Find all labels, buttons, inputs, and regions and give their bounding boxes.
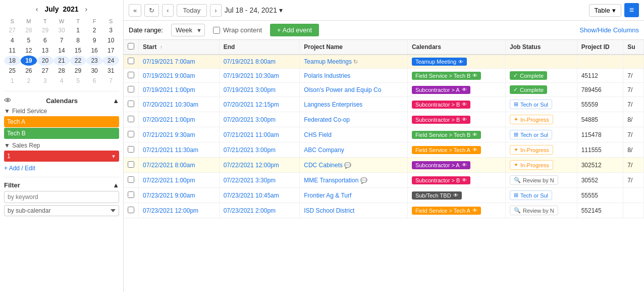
add-edit-link[interactable]: + Add / Edit <box>4 164 119 173</box>
sidebar-item-tech-a[interactable]: Tech A <box>4 116 119 127</box>
show-hide-columns-link[interactable]: Show/Hide Columns <box>579 26 639 34</box>
project-link[interactable]: ISD School District <box>304 207 354 214</box>
add-event-button[interactable]: + Add event <box>270 24 319 36</box>
mini-cal-day[interactable]: 20 <box>37 56 53 66</box>
mini-cal-day[interactable]: 9 <box>86 35 103 45</box>
cell-project-name[interactable]: Langness Enterprises <box>300 97 408 112</box>
sales-rep-group-label[interactable]: ▼ Sales Rep <box>4 141 119 150</box>
mini-cal-day[interactable]: 29 <box>37 25 53 35</box>
mini-cal-next-button[interactable]: › <box>83 4 90 14</box>
mini-cal-day-today[interactable]: 19 <box>21 56 37 66</box>
mini-cal-day[interactable]: 12 <box>21 45 37 56</box>
calendars-section-header[interactable]: 👁 Calendars ▲ <box>4 95 119 107</box>
project-link[interactable]: Olson's Power and Equip Co <box>304 86 381 93</box>
mini-cal-day[interactable]: 2 <box>21 76 37 86</box>
row-checkbox[interactable] <box>128 58 134 64</box>
wrap-content-checkbox[interactable] <box>213 27 220 34</box>
mini-cal-day[interactable]: 7 <box>53 35 70 45</box>
filter-keyword-input[interactable] <box>4 191 119 203</box>
next-button[interactable]: › <box>210 4 221 17</box>
col-su[interactable]: Su <box>623 40 644 55</box>
mini-cal-day[interactable]: 22 <box>70 56 86 66</box>
mini-cal-day[interactable]: 3 <box>102 25 119 35</box>
cell-project-name[interactable]: Frontier Ag & Turf <box>300 188 408 203</box>
sidebar-item-tech-b[interactable]: Tech B <box>4 128 119 139</box>
mini-cal-day[interactable]: 8 <box>70 35 86 45</box>
mini-cal-day[interactable]: 26 <box>21 66 37 76</box>
prev-prev-button[interactable]: « <box>129 4 141 17</box>
mini-cal-day[interactable]: 29 <box>70 66 86 76</box>
project-link[interactable]: Teamup Meetings <box>304 58 352 65</box>
mini-cal-day[interactable]: 13 <box>37 45 53 56</box>
project-link[interactable]: CDC Cabinets <box>304 162 343 169</box>
cell-project-name[interactable]: Federated Co-op <box>300 112 408 127</box>
mini-cal-day[interactable]: 30 <box>86 66 103 76</box>
mini-cal-day[interactable]: 23 <box>86 56 103 66</box>
cell-project-name[interactable]: CDC Cabinets 💬 <box>300 158 408 173</box>
cell-project-name[interactable]: Teamup Meetings ↻ <box>300 55 408 69</box>
mini-cal-day[interactable]: 31 <box>102 66 119 76</box>
row-checkbox[interactable] <box>128 161 134 168</box>
sidebar-item-sales-rep-1[interactable]: 1 ▼ <box>4 151 119 162</box>
hamburger-menu-button[interactable]: ≡ <box>624 3 639 17</box>
project-link[interactable]: Frontier Ag & Turf <box>304 192 351 199</box>
mini-cal-day[interactable]: 17 <box>102 45 119 56</box>
mini-cal-day[interactable]: 6 <box>86 76 103 86</box>
field-service-group-label[interactable]: ▼ Field Service <box>4 107 119 116</box>
cell-project-name[interactable]: ABC Company <box>300 142 408 158</box>
mini-cal-day[interactable]: 5 <box>21 35 37 45</box>
col-job-status[interactable]: Job Status <box>506 40 577 55</box>
col-start[interactable]: Start ↑ <box>139 40 220 55</box>
filter-section-header[interactable]: Filter ▲ <box>4 180 119 191</box>
project-link[interactable]: Polaris Industries <box>304 72 350 79</box>
mini-cal-day[interactable]: 25 <box>4 66 21 76</box>
cell-project-name[interactable]: MME Transportation 💬 <box>300 173 408 188</box>
mini-cal-day[interactable]: 28 <box>53 66 70 76</box>
row-checkbox[interactable] <box>128 146 134 153</box>
filter-subcalendar-select[interactable]: by sub-calendar <box>4 205 119 216</box>
row-checkbox[interactable] <box>128 86 134 92</box>
col-calendars[interactable]: Calendars <box>407 40 505 55</box>
today-button[interactable]: Today <box>177 4 207 17</box>
mini-cal-day[interactable]: 4 <box>4 35 21 45</box>
mini-cal-day[interactable]: 1 <box>70 25 86 35</box>
mini-cal-day[interactable]: 14 <box>53 45 70 56</box>
select-all-checkbox[interactable] <box>128 43 134 50</box>
project-link[interactable]: MME Transportation <box>304 177 358 184</box>
cell-project-name[interactable]: Polaris Industries <box>300 69 408 83</box>
col-project-id[interactable]: Project ID <box>577 40 623 55</box>
mini-cal-day[interactable]: 6 <box>37 35 53 45</box>
mini-cal-day[interactable]: 27 <box>4 25 21 35</box>
row-checkbox[interactable] <box>128 116 134 122</box>
mini-cal-day[interactable]: 2 <box>86 25 103 35</box>
row-checkbox[interactable] <box>128 72 134 78</box>
table-view-button[interactable]: Table ▾ <box>589 4 621 17</box>
row-checkbox[interactable] <box>128 207 134 213</box>
row-checkbox[interactable] <box>128 131 134 137</box>
row-checkbox[interactable] <box>128 191 134 198</box>
week-select[interactable]: Week <box>171 24 205 36</box>
mini-cal-day[interactable]: 15 <box>70 45 86 56</box>
project-link[interactable]: ABC Company <box>304 147 344 154</box>
mini-cal-prev-button[interactable]: ‹ <box>33 4 41 14</box>
mini-cal-day[interactable]: 11 <box>4 45 21 56</box>
mini-cal-day[interactable]: 24 <box>102 56 119 66</box>
mini-cal-day[interactable]: 21 <box>53 56 70 66</box>
cell-project-name[interactable]: CHS Field <box>300 127 408 142</box>
mini-cal-day[interactable]: 4 <box>53 76 70 86</box>
cell-project-name[interactable]: ISD School District <box>300 203 408 218</box>
project-link[interactable]: CHS Field <box>304 131 332 138</box>
row-checkbox[interactable] <box>128 176 134 183</box>
row-checkbox[interactable] <box>128 101 134 107</box>
col-project-name[interactable]: Project Name <box>300 40 408 55</box>
mini-cal-day[interactable]: 16 <box>86 45 103 56</box>
mini-cal-day[interactable]: 30 <box>53 25 70 35</box>
mini-cal-day[interactable]: 28 <box>21 25 37 35</box>
mini-cal-day[interactable]: 1 <box>4 76 21 86</box>
mini-cal-day[interactable]: 10 <box>102 35 119 45</box>
mini-cal-day[interactable]: 18 <box>4 56 21 66</box>
refresh-button[interactable]: ↻ <box>144 4 159 17</box>
project-link[interactable]: Langness Enterprises <box>304 101 362 108</box>
col-end[interactable]: End <box>219 40 300 55</box>
date-range-picker[interactable]: Jul 18 - 24, 2021 ▾ <box>225 6 283 14</box>
